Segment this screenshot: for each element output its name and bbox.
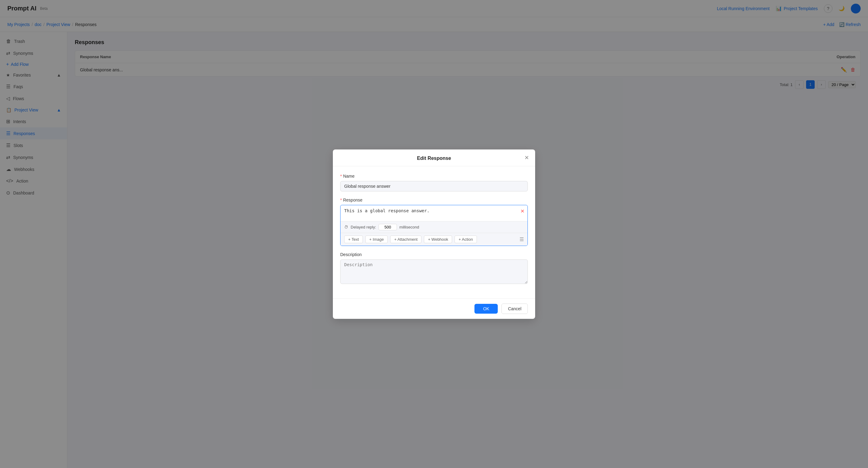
response-text-area: ✕ — [341, 205, 527, 221]
add-attachment-button[interactable]: + Attachment — [390, 236, 422, 243]
edit-response-modal: Edit Response ✕ * Name * Response — [333, 149, 535, 319]
modal-footer: OK Cancel — [333, 298, 535, 319]
modal-overlay: Edit Response ✕ * Name * Response — [0, 0, 868, 468]
cancel-button[interactable]: Cancel — [501, 303, 528, 314]
name-label-text: Name — [343, 174, 354, 178]
name-field: * Name — [340, 174, 528, 192]
modal-close-button[interactable]: ✕ — [524, 155, 529, 161]
add-action-button[interactable]: + Action — [455, 236, 477, 243]
response-required-star: * — [340, 198, 342, 202]
response-delete-button[interactable]: ✕ — [521, 208, 524, 214]
delay-bar: ⏱ Delayed reply: millisecond — [341, 221, 527, 233]
modal-body: * Name * Response ✕ ⏱ — [333, 166, 535, 298]
modal-header: Edit Response ✕ — [333, 149, 535, 166]
delay-input[interactable] — [378, 224, 397, 230]
delay-unit: millisecond — [399, 225, 419, 229]
description-textarea[interactable] — [340, 260, 528, 284]
ok-button[interactable]: OK — [474, 304, 498, 314]
response-textarea[interactable] — [341, 205, 527, 221]
response-field: * Response ✕ ⏱ Delayed reply: millisecon… — [340, 198, 528, 246]
clock-icon: ⏱ — [344, 225, 348, 229]
name-input[interactable] — [340, 181, 528, 192]
add-text-button[interactable]: + Text — [344, 236, 363, 243]
response-label: * Response — [340, 198, 528, 202]
description-field: Description — [340, 252, 528, 285]
response-tools-bar: + Text + Image + Attachment + Webhook + … — [341, 233, 527, 246]
description-label-text: Description — [340, 252, 362, 257]
description-label: Description — [340, 252, 528, 257]
add-image-button[interactable]: + Image — [365, 236, 388, 243]
menu-icon[interactable]: ☰ — [520, 236, 524, 242]
response-label-text: Response — [343, 198, 362, 202]
response-add-buttons: + Text + Image + Attachment + Webhook + … — [344, 236, 477, 243]
delayed-label: Delayed reply: — [351, 225, 376, 229]
add-webhook-button[interactable]: + Webhook — [424, 236, 452, 243]
response-block: ✕ ⏱ Delayed reply: millisecond + Text + … — [340, 205, 528, 246]
name-label: * Name — [340, 174, 528, 178]
modal-title: Edit Response — [417, 156, 451, 161]
name-required-star: * — [340, 174, 342, 178]
